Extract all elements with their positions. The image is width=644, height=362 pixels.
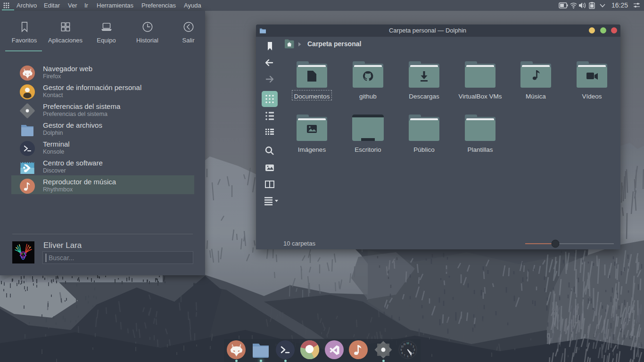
svg-text:11: 11 <box>403 343 405 346</box>
svg-text:1: 1 <box>411 343 412 346</box>
svg-text:8: 8 <box>402 352 403 354</box>
svg-text:6: 6 <box>407 355 409 358</box>
svg-text:3: 3 <box>414 348 415 351</box>
svg-text:2: 2 <box>413 345 414 348</box>
svg-text:12: 12 <box>406 342 409 345</box>
svg-text:4: 4 <box>413 352 414 354</box>
svg-text:9: 9 <box>401 348 402 351</box>
svg-text:7: 7 <box>404 354 405 357</box>
